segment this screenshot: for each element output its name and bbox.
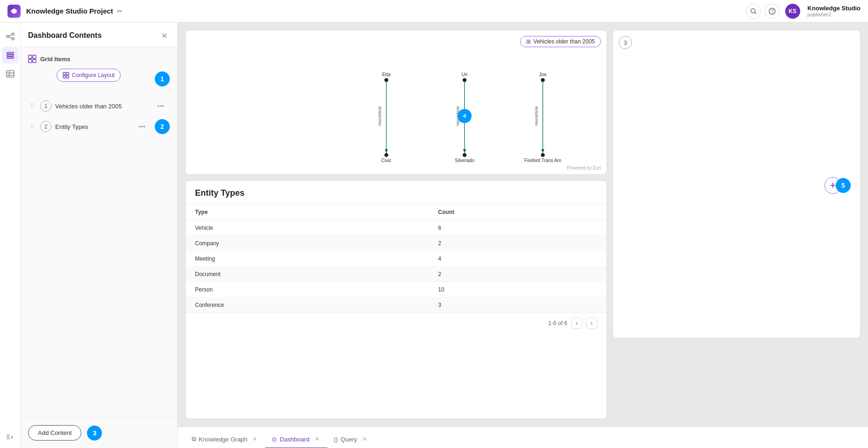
table-row: Meeting4 [186,251,607,267]
right-widget: 3 + 5 [613,30,861,338]
kg-badge-label: Vehicles older than 2005 [534,38,595,45]
grid-items-list: ⠿ 1 Vehicles older than 2005 ••• ⠿ 2 Ent… [28,97,170,136]
tab-query[interactable]: () Query ✕ [327,431,375,448]
svg-line-9 [8,37,12,38]
svg-marker-0 [11,8,17,14]
grid-items-icon [28,55,36,63]
svg-point-1 [751,8,755,13]
user-info: Knowledge Studio publisher2 [808,5,861,17]
grid-item-2[interactable]: ⠿ 2 Entity Types ••• [28,117,151,136]
tab-kg-label: Knowledge Graph [199,436,247,443]
edit-title-icon[interactable]: ✏ [117,7,123,15]
node-label-firebird: Firebird Trans Am [524,158,561,163]
drag-handle-1[interactable]: ⠿ [28,102,36,110]
node-firebird [541,153,544,157]
cell-type: Meeting [186,251,429,267]
cell-type: Vehicle [186,220,429,236]
cell-count: 2 [429,267,607,282]
item-label-2: Entity Types [55,123,133,130]
cell-count: 2 [429,236,607,251]
node-civic [384,153,388,157]
step-4-badge-text: 4 [463,113,466,119]
kg-filter-badge[interactable]: ⊞ Vehicles older than 2005 [520,36,601,47]
user-avatar[interactable]: KS [785,4,800,19]
pagination-prev[interactable]: ‹ [571,318,582,329]
svg-point-7 [12,38,14,40]
dashboard-area: ⊞ Vehicles older than 2005 HasVehicle Ha… [178,22,868,427]
table-row: Document2 [186,267,607,282]
entity-table: Type Count Vehicle6Company2Meeting4Docum… [186,204,607,313]
table-row: Vehicle6 [186,220,607,236]
tab-dashboard-label: Dashboard [280,436,310,443]
add-content-button[interactable]: Add Content [28,425,81,441]
step-1-badge: 1 [155,71,170,86]
entity-widget: Entity Types Type Count Vehicle6Company2… [185,180,607,419]
table-row: Person10 [186,282,607,298]
tab-query-close[interactable]: ✕ [361,435,369,443]
pagination-info: 1-6 of 6 [548,320,567,327]
item-menu-2[interactable]: ••• [137,123,147,130]
item-number-2: 2 [40,121,51,132]
cell-count: 10 [429,282,607,298]
help-button[interactable]: ? [765,4,780,19]
tab-dashboard-close[interactable]: ✕ [313,435,321,443]
cell-count: 3 [429,298,607,313]
icon-rail [0,22,21,448]
edge-label-1: HasVehicle [377,106,382,126]
edge-label-3: HasVehicle [534,106,539,126]
tab-query-icon: () [334,436,338,443]
svg-text:?: ? [771,9,774,14]
item-menu-1[interactable]: ••• [155,102,166,110]
col-type: Type [186,204,429,220]
tab-knowledge-graph[interactable]: ⧉ Knowledge Graph ✕ [185,431,265,448]
step-2-badge: 2 [155,119,170,134]
tab-kg-icon: ⧉ [192,435,196,443]
nav-layers-icon[interactable] [2,47,19,64]
svg-point-6 [12,33,14,36]
svg-rect-25 [66,72,69,75]
drag-handle-2[interactable]: ⠿ [28,123,36,130]
pagination-next[interactable]: › [586,318,597,329]
section-label: Grid Items [40,56,70,63]
svg-rect-20 [29,55,32,58]
svg-marker-31 [463,149,466,153]
tab-kg-close[interactable]: ✕ [251,435,259,443]
cell-count: 6 [429,220,607,236]
cell-type: Person [186,282,429,298]
svg-marker-33 [541,149,544,153]
nav-connections-icon[interactable] [2,28,19,45]
esri-credit: Powered by Esri [567,165,601,171]
kg-widget: ⊞ Vehicles older than 2005 HasVehicle Ha… [185,30,607,175]
topbar: Knowledge Studio Project ✏ ? KS Knowledg… [0,0,868,22]
sidebar-footer: Add Content 3 [21,417,177,448]
user-role: publisher2 [808,12,861,17]
cell-type: Conference [186,298,429,313]
item-label-1: Vehicles older than 2005 [55,103,152,110]
sidebar-close-button[interactable]: ✕ [159,30,170,41]
nav-table-icon[interactable] [2,65,19,82]
kg-graph-svg: HasVehicle HasVehicle HasVehicle Etta [193,38,599,167]
node-joe [541,78,544,82]
search-button[interactable] [746,4,761,19]
tab-dashboard[interactable]: ⊙ Dashboard ✕ [265,431,327,448]
sidebar-title: Dashboard Contents [28,31,159,40]
node-label-etta: Etta [382,72,391,77]
svg-rect-24 [63,72,65,75]
topbar-icons: ? KS Knowledge Studio publisher2 [746,4,861,19]
node-etta [384,78,388,82]
svg-rect-12 [7,57,14,58]
collapse-icon[interactable] [2,431,19,442]
cell-type: Company [186,236,429,251]
cell-count: 4 [429,251,607,267]
entity-widget-header: Entity Types [186,181,607,204]
sidebar-header: Dashboard Contents ✕ [21,22,177,47]
tab-dashboard-icon: ⊙ [272,436,277,443]
node-label-uri: Uri [462,72,468,77]
svg-rect-27 [66,76,69,78]
svg-marker-29 [385,149,388,153]
configure-icon [63,72,69,78]
grid-item-1[interactable]: ⠿ 1 Vehicles older than 2005 ••• [28,97,170,115]
node-silverado [463,153,466,157]
configure-layout-button[interactable]: Configure Layout [57,69,121,82]
main-layout: Dashboard Contents ✕ Grid Items [0,22,868,448]
